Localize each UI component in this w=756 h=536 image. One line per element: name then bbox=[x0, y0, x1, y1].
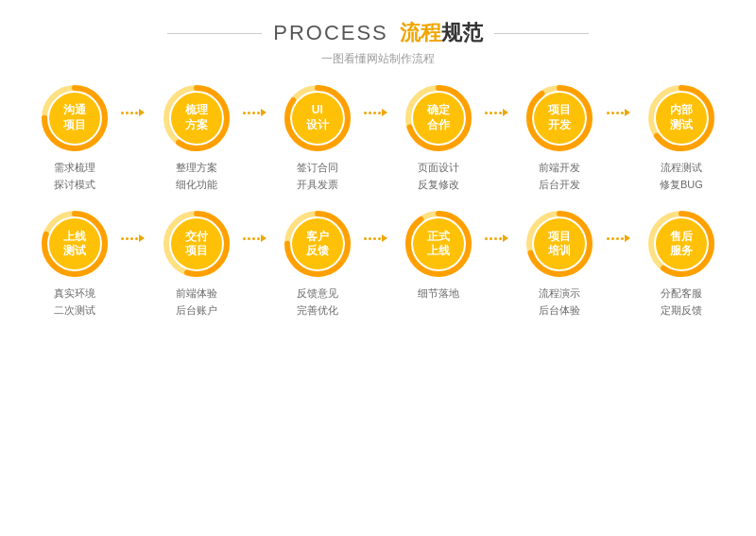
dot bbox=[490, 237, 492, 240]
circle-inner: 沟通项目 bbox=[49, 93, 100, 144]
arrow-line bbox=[485, 234, 513, 242]
arrow-head bbox=[139, 109, 145, 116]
step-label: 项目开发 bbox=[548, 103, 571, 132]
process-row-1: 沟通项目 需求梳理探讨模式 梳理方案 整理方案细 bbox=[28, 84, 728, 193]
dot bbox=[257, 237, 260, 240]
step-item: 内部测试 流程测试修复BUG bbox=[635, 84, 728, 193]
arrow-connector bbox=[485, 210, 513, 242]
dot bbox=[378, 112, 381, 114]
circle-inner: 确定合作 bbox=[413, 93, 464, 144]
dot bbox=[243, 237, 246, 240]
title-en: PROCESS bbox=[273, 21, 388, 45]
dot bbox=[616, 112, 619, 114]
circle-outer: 内部测试 bbox=[647, 84, 715, 152]
circle-outer: 沟通项目 bbox=[41, 84, 109, 152]
dots bbox=[607, 112, 624, 114]
arrow-connector bbox=[121, 210, 149, 242]
dots bbox=[121, 237, 138, 240]
dot bbox=[252, 237, 255, 240]
page-wrapper: PROCESS 流程规范 一图看懂网站制作流程 沟通项目 需求梳理探讨模式 bbox=[0, 0, 756, 328]
step-desc: 签订合同开具发票 bbox=[297, 160, 338, 193]
title-rest: 规范 bbox=[441, 21, 483, 44]
circle-outer: 客户反馈 bbox=[284, 210, 352, 278]
step-desc: 流程演示后台体验 bbox=[539, 285, 580, 319]
dots bbox=[485, 237, 502, 240]
dot bbox=[373, 112, 376, 114]
dot bbox=[607, 112, 610, 114]
dot bbox=[130, 112, 133, 114]
arrow-head bbox=[382, 109, 387, 116]
circle-outer: 售后服务 bbox=[647, 210, 715, 278]
arrow-line bbox=[607, 109, 635, 116]
step-label: 正式上线 bbox=[427, 230, 450, 259]
step-label: 上线测试 bbox=[63, 230, 86, 259]
step-label: 梳理方案 bbox=[185, 103, 208, 132]
circle-wrapper: UI设计 bbox=[284, 84, 352, 152]
arrow-line bbox=[121, 109, 149, 116]
step-desc: 流程测试修复BUG bbox=[660, 160, 703, 193]
circle-inner: 交付项目 bbox=[171, 218, 222, 269]
dot bbox=[135, 237, 138, 240]
step-desc: 反馈意见完善优化 bbox=[297, 285, 338, 319]
arrow-line bbox=[607, 234, 635, 242]
dot bbox=[621, 237, 624, 240]
circle-wrapper: 交付项目 bbox=[163, 210, 231, 278]
dot bbox=[248, 237, 250, 240]
dots bbox=[243, 237, 260, 240]
dot bbox=[364, 112, 367, 114]
dot bbox=[121, 112, 124, 114]
circle-wrapper: 项目培训 bbox=[525, 210, 593, 278]
step-item: 上线测试 真实环境二次测试 bbox=[28, 210, 121, 319]
dot bbox=[616, 237, 619, 240]
circle-inner: 客户反馈 bbox=[292, 218, 343, 269]
circle-outer: 确定合作 bbox=[404, 84, 472, 152]
process-row-2: 上线测试 真实环境二次测试 交付项目 前端体验后 bbox=[28, 210, 728, 319]
circle-outer: 梳理方案 bbox=[163, 84, 231, 152]
arrow-head bbox=[261, 234, 266, 242]
step-item: 梳理方案 整理方案细化功能 bbox=[149, 84, 242, 193]
arrow-head bbox=[382, 234, 387, 242]
dot bbox=[499, 237, 502, 240]
step-item: 项目开发 前端开发后台开发 bbox=[513, 84, 606, 193]
step-label: UI设计 bbox=[306, 103, 329, 132]
dot bbox=[494, 237, 497, 240]
step-item: 沟通项目 需求梳理探讨模式 bbox=[28, 84, 121, 193]
step-label: 沟通项目 bbox=[63, 103, 86, 132]
step-item: 交付项目 前端体验后台账户 bbox=[149, 210, 242, 319]
arrow-line bbox=[364, 234, 392, 242]
dot bbox=[135, 112, 138, 114]
step-item: 正式上线 细节落地 bbox=[392, 210, 485, 303]
dots bbox=[243, 112, 260, 114]
dot bbox=[121, 237, 124, 240]
dot bbox=[126, 237, 129, 240]
arrow-connector bbox=[243, 84, 271, 116]
arrow-line bbox=[243, 234, 271, 242]
step-item: 客户反馈 反馈意见完善优化 bbox=[271, 210, 364, 319]
step-label: 客户反馈 bbox=[306, 230, 329, 259]
header-line: PROCESS 流程规范 bbox=[28, 19, 728, 47]
step-desc: 前端开发后台开发 bbox=[539, 160, 580, 193]
circle-outer: UI设计 bbox=[284, 84, 352, 152]
dots bbox=[364, 237, 381, 240]
step-label: 确定合作 bbox=[427, 103, 450, 132]
dots bbox=[364, 112, 381, 114]
arrow-connector bbox=[485, 84, 513, 116]
header: PROCESS 流程规范 一图看懂网站制作流程 bbox=[28, 19, 728, 67]
dot bbox=[364, 237, 367, 240]
dot bbox=[494, 112, 497, 114]
arrow-head bbox=[625, 234, 630, 242]
dots bbox=[121, 112, 138, 114]
circle-inner: 上线测试 bbox=[49, 218, 100, 269]
circle-outer: 正式上线 bbox=[404, 210, 472, 278]
circle-wrapper: 售后服务 bbox=[647, 210, 715, 278]
circle-inner: 内部测试 bbox=[656, 93, 707, 144]
step-label: 项目培训 bbox=[548, 230, 571, 259]
step-item: 售后服务 分配客服定期反馈 bbox=[635, 210, 728, 319]
step-label: 内部测试 bbox=[670, 103, 693, 132]
circle-wrapper: 客户反馈 bbox=[284, 210, 352, 278]
step-desc: 分配客服定期反馈 bbox=[661, 285, 702, 319]
dot bbox=[130, 237, 133, 240]
arrow-head bbox=[503, 234, 508, 242]
circle-outer: 项目培训 bbox=[525, 210, 593, 278]
subtitle: 一图看懂网站制作流程 bbox=[28, 51, 728, 67]
